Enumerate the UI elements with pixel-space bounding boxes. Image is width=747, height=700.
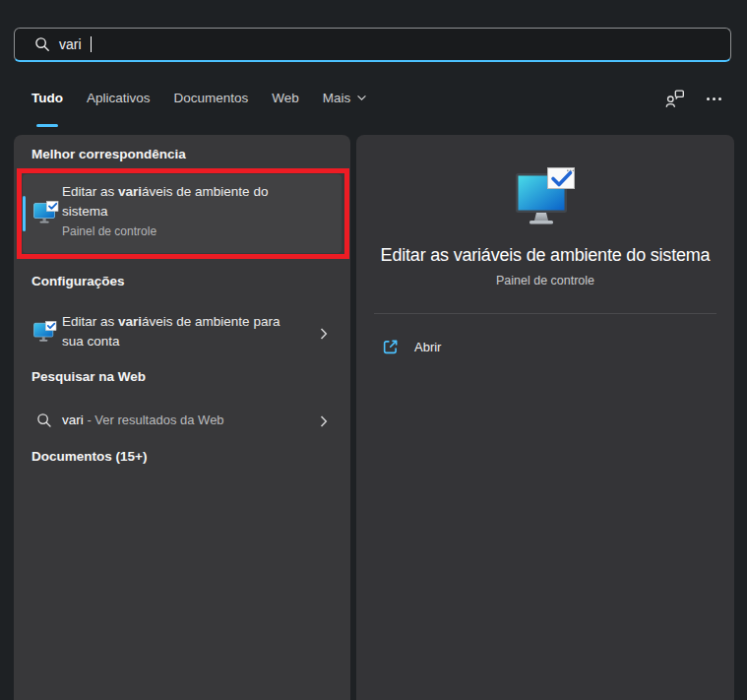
section-header-best-match: Melhor correspondência xyxy=(31,147,186,161)
search-filter-tabs: Tudo Aplicativos Documentos Web Mais xyxy=(31,91,367,109)
search-query-text: vari xyxy=(59,36,82,52)
result-text: Editar as variáveis de ambiente do siste… xyxy=(62,182,313,239)
section-header-documents: Documentos (15+) xyxy=(31,449,147,464)
system-properties-icon xyxy=(33,321,57,347)
tab-label: Tudo xyxy=(31,91,63,105)
result-best-match[interactable]: Editar as variáveis de ambiente do siste… xyxy=(23,174,342,253)
open-external-icon xyxy=(382,339,399,355)
tab-tudo[interactable]: Tudo xyxy=(31,91,63,109)
results-panel: Melhor correspondência xyxy=(14,135,350,700)
result-title: Editar as variáveis de ambiente para sua… xyxy=(62,312,290,351)
search-icon xyxy=(36,413,52,432)
section-header-settings: Configurações xyxy=(31,274,125,288)
more-options-icon[interactable] xyxy=(702,87,725,110)
chevron-right-icon xyxy=(320,328,328,341)
divider xyxy=(374,313,716,314)
system-properties-icon xyxy=(33,201,59,228)
preview-title: Editar as variáveis de ambiente do siste… xyxy=(356,245,734,266)
selection-accent-bar xyxy=(23,196,26,231)
topbar-actions xyxy=(662,87,725,110)
result-title: vari - Ver resultados da Web xyxy=(62,413,224,427)
tab-label: Aplicativos xyxy=(87,91,151,105)
result-settings-env-vars[interactable]: Editar as variáveis de ambiente para sua… xyxy=(23,305,342,362)
tab-mais[interactable]: Mais xyxy=(323,91,368,109)
open-action[interactable]: Abrir xyxy=(366,330,598,363)
text-caret xyxy=(91,36,92,52)
tab-label: Mais xyxy=(323,91,351,105)
chevron-right-icon xyxy=(320,415,328,428)
system-properties-icon-large xyxy=(506,167,589,232)
selected-tab-underline xyxy=(36,124,58,127)
result-subtitle: Painel de controle xyxy=(62,224,313,239)
tab-label: Web xyxy=(272,91,299,105)
preview-subtitle: Painel de controle xyxy=(356,274,734,287)
section-header-web-search: Pesquisar na Web xyxy=(31,369,146,384)
search-icon xyxy=(34,36,50,52)
search-options-icon[interactable] xyxy=(662,87,686,110)
preview-panel: Editar as variáveis de ambiente do siste… xyxy=(356,135,734,700)
result-text: Editar as variáveis de ambiente para sua… xyxy=(62,312,290,351)
tab-web[interactable]: Web xyxy=(272,91,299,109)
tab-label: Documentos xyxy=(174,91,249,105)
open-action-label: Abrir xyxy=(414,340,441,354)
chevron-down-icon xyxy=(356,95,367,101)
result-web-search[interactable]: vari - Ver resultados da Web xyxy=(23,403,342,440)
tab-documentos[interactable]: Documentos xyxy=(174,91,249,109)
tab-aplicativos[interactable]: Aplicativos xyxy=(87,91,151,109)
search-input[interactable]: vari xyxy=(14,28,731,62)
result-title: Editar as variáveis de ambiente do siste… xyxy=(62,182,313,222)
